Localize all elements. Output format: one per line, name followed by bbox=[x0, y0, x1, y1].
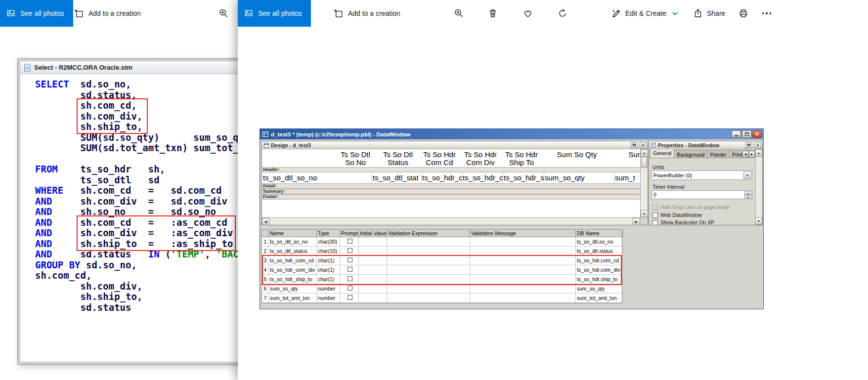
grid-cell[interactable] bbox=[470, 284, 576, 294]
add-to-creation-button[interactable]: Add to a creation bbox=[74, 0, 141, 27]
design-pane-titlebar[interactable]: Design - d_test3 × bbox=[262, 141, 648, 149]
edit-create-button[interactable]: Edit & Create bbox=[611, 0, 678, 27]
grid-cell[interactable] bbox=[340, 294, 359, 303]
band-summary[interactable]: Summary↑ bbox=[262, 189, 640, 194]
grid-cell[interactable] bbox=[387, 256, 470, 265]
grid-cell[interactable]: char(1) bbox=[317, 265, 340, 275]
grid-cell[interactable]: 1 bbox=[262, 237, 269, 247]
prompt-checkbox[interactable] bbox=[347, 248, 352, 253]
tab-general[interactable]: General bbox=[650, 149, 674, 158]
prompt-checkbox[interactable] bbox=[347, 257, 352, 262]
band-footer[interactable]: Footer↑ bbox=[262, 194, 640, 200]
prompt-checkbox[interactable] bbox=[347, 295, 352, 300]
rotate-button[interactable] bbox=[552, 2, 573, 24]
scroll-left-button[interactable]: ◀ bbox=[262, 218, 269, 225]
grid-cell[interactable] bbox=[470, 256, 576, 265]
grid-row[interactable]: 4ts_so_hdr_com_divchar(1)ts_so_hdr.com_d… bbox=[262, 265, 622, 275]
see-all-photos-button[interactable]: See all photos bbox=[0, 0, 73, 27]
grid-cell[interactable] bbox=[387, 275, 470, 284]
tab-scroll-right-button[interactable]: ▶ bbox=[749, 151, 755, 157]
grid-row[interactable]: 7sum_tot_amt_txnnumbersum_tot_amt_txn bbox=[262, 294, 622, 303]
checkbox-icon[interactable] bbox=[652, 220, 658, 225]
dropdown-arrow-icon[interactable]: ▼ bbox=[743, 171, 751, 179]
grid-cell[interactable]: ts_so_hdr.ship_to bbox=[576, 275, 623, 284]
grid-cell[interactable]: ts_so_hdr.com_cd bbox=[576, 256, 623, 265]
grid-cell[interactable]: 2 bbox=[262, 247, 269, 256]
units-dropdown[interactable]: PowerBuilder (0) ▼ bbox=[651, 170, 752, 180]
grid-cell[interactable] bbox=[359, 247, 387, 256]
grid-cell[interactable]: 4 bbox=[262, 265, 269, 275]
grid-cell[interactable] bbox=[359, 256, 387, 265]
grid-cell[interactable] bbox=[470, 294, 576, 303]
grid-cell[interactable] bbox=[359, 237, 387, 247]
grid-cell[interactable]: sum_so_qty bbox=[576, 284, 623, 294]
grid-cell[interactable] bbox=[387, 265, 470, 275]
grid-cell[interactable]: ts_so_hdr_com_div bbox=[269, 265, 317, 275]
spin-down-button[interactable]: ▼ bbox=[744, 195, 751, 199]
grid-cell[interactable] bbox=[359, 294, 387, 303]
grid-cell[interactable] bbox=[387, 237, 470, 247]
grid-cell[interactable] bbox=[359, 265, 387, 275]
prompt-checkbox[interactable] bbox=[347, 239, 352, 244]
add-to-creation-button[interactable]: Add to a creation bbox=[334, 0, 400, 27]
grid-cell[interactable]: ts_so_dtl_status bbox=[269, 247, 317, 256]
grid-cell[interactable] bbox=[470, 265, 576, 275]
grid-cell[interactable]: ts_so_hdr_com_cd bbox=[269, 256, 317, 265]
favorite-button[interactable] bbox=[517, 2, 539, 24]
grid-row[interactable]: 1ts_so_dtl_so_nochar(30)ts_so_dtl.so_no bbox=[262, 237, 622, 247]
design-field[interactable]: sum_so_qty bbox=[545, 173, 585, 182]
grid-cell[interactable]: number bbox=[317, 294, 340, 303]
checkbox-show-backcolor-on-xp[interactable]: Show Backcolor On XP bbox=[652, 219, 714, 225]
properties-pane-titlebar[interactable]: Properties - DataWindow × bbox=[649, 141, 762, 149]
grid-cell[interactable] bbox=[387, 284, 470, 294]
design-vertical-scrollbar[interactable]: ▲ ▼ bbox=[640, 149, 648, 217]
minimize-button[interactable] bbox=[732, 130, 741, 138]
grid-row[interactable]: 3ts_so_hdr_com_cdchar(1)ts_so_hdr.com_cd bbox=[262, 256, 622, 265]
datawindow-titlebar[interactable]: d_test3 * (temp) (c:\r2\temp\temp.pbl) -… bbox=[260, 129, 763, 139]
tab-pointer[interactable]: Pointer bbox=[707, 150, 729, 158]
grid-cell[interactable]: ts_so_dtl.status bbox=[576, 247, 623, 256]
grid-cell[interactable]: ts_so_hdr_ship_to bbox=[269, 275, 317, 284]
design-column-header[interactable]: Sum bbox=[629, 151, 640, 159]
grid-cell[interactable]: 3 bbox=[262, 256, 269, 265]
timer-spinner[interactable]: ▲ ▼ bbox=[744, 191, 751, 198]
grid-cell[interactable] bbox=[340, 247, 359, 256]
grid-row[interactable]: 5ts_so_hdr_ship_tochar(1)ts_so_hdr.ship_… bbox=[262, 275, 622, 284]
checkbox-icon[interactable] bbox=[652, 212, 658, 218]
design-field[interactable]: ts_so_dtl_so_no bbox=[263, 173, 317, 182]
grid-cell[interactable]: 6 bbox=[262, 284, 269, 294]
band-header[interactable]: Header↑ bbox=[262, 167, 640, 172]
scroll-right-button[interactable]: ▶ bbox=[633, 218, 640, 225]
design-field[interactable]: sum_t bbox=[615, 173, 635, 182]
scroll-up-button[interactable]: ▲ bbox=[755, 149, 762, 157]
zoom-button[interactable] bbox=[213, 2, 234, 24]
prompt-checkbox[interactable] bbox=[347, 286, 352, 291]
sql-window-titlebar[interactable]: Select - R2MCC.ORA Oracle.stm bbox=[20, 61, 238, 74]
design-column-header[interactable]: Ts So DtlStatus bbox=[383, 151, 413, 167]
grid-cell[interactable]: 5 bbox=[262, 275, 269, 284]
properties-maximize-button[interactable] bbox=[745, 142, 752, 148]
grid-cell[interactable] bbox=[470, 237, 576, 247]
grid-cell[interactable] bbox=[340, 237, 359, 247]
design-maximize-button[interactable] bbox=[631, 142, 638, 148]
timer-interval-input[interactable]: 0 ▲ ▼ bbox=[651, 190, 752, 199]
zoom-button[interactable] bbox=[448, 2, 470, 24]
grid-cell[interactable] bbox=[470, 275, 576, 284]
vertical-scroll-thumb[interactable] bbox=[641, 157, 647, 168]
grid-cell[interactable] bbox=[387, 294, 470, 303]
spin-up-button[interactable]: ▲ bbox=[744, 191, 751, 195]
grid-cell[interactable]: ts_so_dtl.so_no bbox=[576, 237, 623, 247]
grid-cell[interactable] bbox=[359, 284, 387, 294]
grid-cell[interactable]: 7 bbox=[262, 294, 269, 303]
grid-cell[interactable]: char(30) bbox=[317, 237, 340, 247]
design-column-header[interactable]: Ts So HdrCom Div bbox=[464, 151, 497, 167]
print-button[interactable] bbox=[733, 2, 754, 24]
checkbox-icon[interactable] bbox=[652, 205, 658, 210]
checkbox-hide-gray-line-on-page-break[interactable]: Hide Gray Line on page break bbox=[652, 204, 730, 210]
grid-cell[interactable] bbox=[387, 247, 470, 256]
design-field[interactable]: ts_so_hdr_c bbox=[463, 173, 503, 182]
grid-cell[interactable] bbox=[340, 256, 359, 265]
grid-cell[interactable] bbox=[359, 275, 387, 284]
scroll-up-button[interactable]: ▲ bbox=[641, 149, 648, 157]
grid-cell[interactable]: sum_tot_amt_txn bbox=[576, 294, 623, 303]
